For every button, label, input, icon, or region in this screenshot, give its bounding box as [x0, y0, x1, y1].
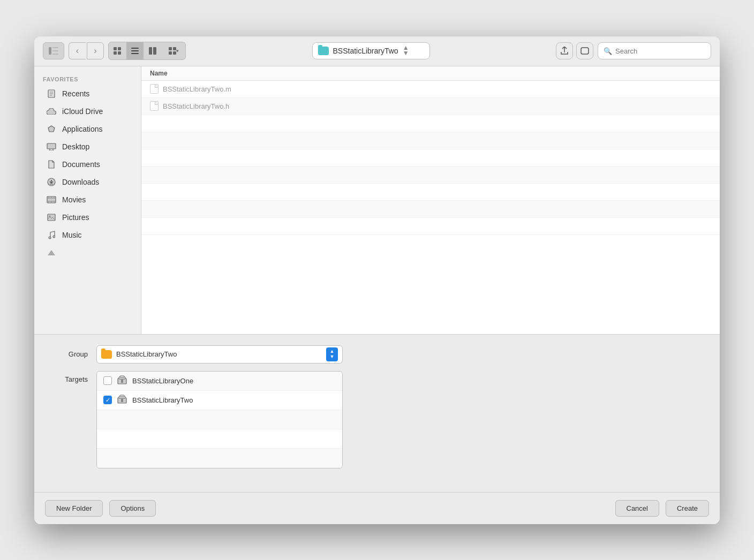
movies-label: Movies [62, 195, 86, 204]
content-area: Favorites Recents [34, 66, 720, 334]
path-control[interactable]: BSStaticLibraryTwo ▲ ▼ [312, 42, 430, 59]
sidebar-item-downloads[interactable]: Downloads [37, 173, 138, 191]
applications-label: Applications [62, 125, 103, 133]
group-folder-icon [101, 350, 112, 359]
svg-rect-12 [153, 47, 156, 55]
search-icon: 🔍 [604, 47, 612, 55]
gallery-view-button[interactable]: ▾ [162, 42, 185, 59]
share-button[interactable] [556, 42, 573, 59]
group-select[interactable]: BSStaticLibraryTwo ▲ ▼ [96, 345, 343, 364]
svg-point-39 [49, 237, 51, 239]
sidebar-item-pictures[interactable]: Pictures [37, 209, 138, 226]
recents-label: Recents [62, 89, 89, 98]
movies-icon [46, 194, 57, 205]
targets-area: Targets BSStaticLibraryOne [56, 371, 698, 468]
desktop-icon [46, 141, 57, 152]
target-row-empty-3 [97, 449, 342, 468]
sidebar-item-icloud[interactable]: iCloud Drive [37, 103, 138, 120]
file-row-2[interactable]: BSStaticLibraryTwo.h [141, 98, 720, 115]
group-label: Group [56, 350, 88, 358]
forward-button[interactable]: › [87, 42, 104, 59]
svg-rect-10 [131, 53, 139, 54]
file-row-empty-6 [141, 201, 720, 218]
applications-icon [46, 124, 57, 134]
options-button[interactable]: Options [109, 500, 156, 517]
group-stepper[interactable]: ▲ ▼ [326, 347, 338, 361]
sidebar: Favorites Recents [34, 66, 141, 334]
pictures-icon [46, 212, 57, 223]
svg-rect-11 [149, 47, 152, 55]
svg-rect-22 [47, 143, 56, 149]
group-row: Group BSStaticLibraryTwo ▲ ▼ [56, 345, 698, 364]
file-dialog: ‹ › [34, 36, 720, 524]
svg-rect-37 [48, 214, 55, 221]
sidebar-item-recents[interactable]: Recents [37, 85, 138, 102]
svg-rect-47 [120, 395, 124, 397]
file-name-2: BSStaticLibraryTwo.h [163, 102, 229, 110]
toolbar: ‹ › [34, 36, 720, 66]
current-folder-label: BSStaticLibraryTwo [333, 47, 398, 55]
path-stepper[interactable]: ▲ ▼ [403, 46, 409, 56]
music-icon [46, 230, 57, 240]
icloud-label: iCloud Drive [62, 107, 103, 116]
sidebar-item-music[interactable]: Music [37, 226, 138, 244]
target-1-checkbox[interactable] [103, 376, 112, 385]
icon-view-button[interactable] [109, 42, 126, 59]
sidebar-item-more[interactable] [37, 244, 138, 261]
target-1-library-icon [117, 375, 127, 387]
svg-rect-6 [114, 51, 117, 55]
list-view-button[interactable] [126, 42, 144, 59]
svg-point-40 [53, 236, 55, 238]
search-box[interactable]: 🔍 [598, 42, 711, 59]
sidebar-item-movies[interactable]: Movies [37, 191, 138, 208]
file-row-1[interactable]: BSStaticLibraryTwo.m [141, 81, 720, 98]
target-row-2[interactable]: ✓ BSStaticLibraryTwo [97, 391, 342, 410]
columns-view-button[interactable] [144, 42, 161, 59]
svg-rect-13 [169, 47, 172, 50]
cancel-button[interactable]: Cancel [615, 500, 659, 517]
target-2-name: BSStaticLibraryTwo [132, 396, 193, 404]
file-list: Name BSStaticLibraryTwo.m BSStaticLibrar… [141, 66, 720, 334]
file-row-empty-4 [141, 167, 720, 184]
svg-rect-1 [52, 47, 58, 48]
sidebar-section-title: Favorites [34, 73, 141, 85]
footer: New Folder Options Cancel Create [34, 492, 720, 524]
toolbar-action-buttons [556, 42, 593, 59]
target-row-empty-1 [97, 410, 342, 429]
file-row-empty-1 [141, 115, 720, 132]
target-2-checkbox[interactable]: ✓ [103, 396, 112, 404]
name-column-header: Name [150, 70, 168, 77]
file-row-empty-5 [141, 184, 720, 201]
bottom-panel: Group BSStaticLibraryTwo ▲ ▼ Targets [34, 334, 720, 492]
more-icon [46, 247, 57, 258]
target-2-library-icon [117, 394, 127, 406]
folder-icon [318, 47, 329, 55]
tag-button[interactable] [576, 42, 593, 59]
documents-icon [46, 159, 57, 170]
svg-rect-48 [121, 399, 123, 402]
create-button[interactable]: Create [666, 500, 709, 517]
svg-rect-7 [118, 51, 121, 55]
sidebar-item-documents[interactable]: Documents [37, 156, 138, 173]
footer-left-buttons: New Folder Options [45, 500, 156, 517]
icloud-icon [46, 106, 57, 117]
svg-rect-44 [121, 380, 123, 383]
targets-list: BSStaticLibraryOne ✓ BSStaticLibraryTwo [96, 371, 343, 468]
downloads-label: Downloads [62, 178, 99, 186]
file-list-header: Name [141, 66, 720, 81]
downloads-icon [46, 177, 57, 187]
back-button[interactable]: ‹ [69, 42, 86, 59]
new-folder-button[interactable]: New Folder [45, 500, 103, 517]
view-mode-buttons: ▾ [108, 42, 186, 60]
sidebar-toggle-button[interactable] [43, 42, 64, 59]
search-input[interactable] [615, 47, 705, 55]
file-doc-icon-2 [150, 101, 159, 111]
svg-rect-8 [131, 48, 139, 49]
target-row-1[interactable]: BSStaticLibraryOne [97, 372, 342, 391]
sidebar-item-applications[interactable]: Applications [37, 120, 138, 138]
recents-icon [46, 88, 57, 99]
sidebar-item-desktop[interactable]: Desktop [37, 138, 138, 155]
svg-rect-2 [52, 50, 58, 51]
file-row-empty-3 [141, 149, 720, 167]
pictures-label: Pictures [62, 213, 89, 222]
